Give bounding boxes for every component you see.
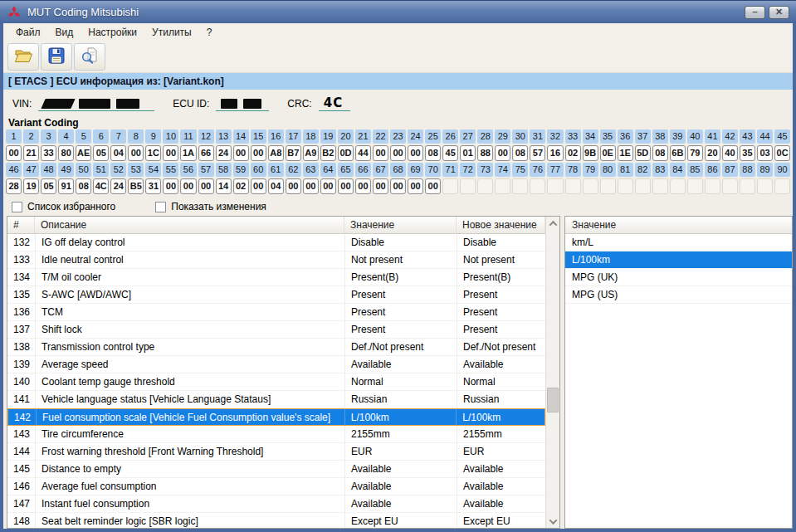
table-row[interactable]: 143Tire circumference2155mm2155mm: [7, 426, 545, 443]
grid-hex-cell[interactable]: 00: [408, 178, 423, 194]
grid-hex-cell[interactable]: B5: [128, 178, 144, 194]
grid-hex-cell[interactable]: 44: [355, 145, 371, 161]
grid-hex-cell[interactable]: 24: [216, 145, 232, 161]
favorites-checkbox[interactable]: [12, 202, 22, 212]
grid-hex-cell[interactable]: 88: [477, 145, 493, 161]
grid-hex-cell[interactable]: 00: [6, 145, 22, 161]
value-option[interactable]: MPG (UK): [565, 269, 792, 286]
grid-hex-cell[interactable]: B2: [320, 145, 336, 161]
grid-hex-cell[interactable]: 9B: [583, 145, 598, 161]
table-row[interactable]: 138Transmission control typeDef./Not pre…: [7, 339, 545, 356]
grid-hex-cell[interactable]: 16: [547, 145, 563, 161]
grid-hex-cell[interactable]: 05: [93, 145, 109, 161]
grid-hex-cell[interactable]: 00: [373, 178, 388, 194]
minimize-button[interactable]: –: [745, 6, 765, 19]
grid-hex-cell[interactable]: 00: [198, 178, 214, 194]
grid-hex-cell[interactable]: 4C: [93, 178, 109, 194]
table-row[interactable]: 133Idle neutral controlNot presentNot pr…: [7, 251, 545, 269]
grid-hex-cell[interactable]: 00: [286, 178, 301, 194]
grid-hex-cell[interactable]: 08: [512, 145, 528, 161]
grid-hex-cell[interactable]: 24: [110, 178, 126, 194]
grid-hex-cell[interactable]: 1C: [145, 145, 161, 161]
grid-hex-cell[interactable]: 21: [23, 145, 39, 161]
grid-hex-cell[interactable]: 02: [233, 178, 249, 194]
table-row[interactable]: 148Seat belt reminder logic [SBR logic]E…: [7, 513, 545, 528]
grid-hex-cell[interactable]: 28: [6, 178, 22, 194]
grid-hex-cell[interactable]: 00: [390, 145, 406, 161]
table-row[interactable]: 135S-AWC [AWD/AWC]PresentPresent: [7, 286, 545, 304]
menu-item-file[interactable]: Файл: [8, 25, 48, 40]
grid-hex-cell[interactable]: 31: [145, 178, 161, 194]
grid-hex-cell[interactable]: 00: [163, 178, 178, 194]
grid-hex-cell[interactable]: 14: [216, 178, 232, 194]
open-file-button[interactable]: [7, 43, 39, 71]
grid-hex-cell[interactable]: 20: [705, 145, 720, 161]
table-row[interactable]: 146Average fuel consumptionAvailableAvai…: [7, 478, 545, 495]
grid-hex-cell[interactable]: B7: [286, 145, 301, 161]
table-row[interactable]: 145Distance to emptyAvailableAvailable: [7, 461, 545, 478]
grid-hex-cell[interactable]: 6B: [670, 145, 686, 161]
table-row[interactable]: 147Instant fuel consumptionAvailableAvai…: [7, 495, 545, 513]
column-header-new-value[interactable]: Новое значение: [457, 217, 545, 233]
grid-hex-cell[interactable]: 66: [198, 145, 214, 161]
grid-hex-cell[interactable]: 5D: [635, 145, 651, 161]
table-row[interactable]: 141Vehicle language status [Vehicle Lang…: [7, 391, 545, 408]
grid-hex-cell[interactable]: 33: [41, 145, 56, 161]
grid-hex-cell[interactable]: 00: [425, 178, 441, 194]
grid-hex-cell[interactable]: 00: [390, 178, 406, 194]
table-row[interactable]: 137Shift lockPresentPresent: [7, 321, 545, 339]
table-row[interactable]: 132IG off delay controlDisableDisable: [7, 234, 545, 251]
save-button[interactable]: [41, 43, 72, 71]
grid-hex-cell[interactable]: 05: [41, 178, 56, 194]
grid-hex-cell[interactable]: 0E: [600, 145, 616, 161]
grid-hex-cell[interactable]: 0C: [774, 145, 790, 161]
grid-hex-cell[interactable]: A9: [303, 145, 319, 161]
show-changes-checkbox[interactable]: [155, 202, 166, 212]
grid-hex-cell[interactable]: 19: [23, 178, 39, 194]
table-row[interactable]: 144Frost warning threshold [Front Warnin…: [7, 443, 545, 461]
grid-hex-cell[interactable]: 08: [652, 145, 668, 161]
grid-hex-cell[interactable]: 00: [251, 145, 266, 161]
grid-hex-cell[interactable]: 35: [740, 145, 755, 161]
grid-hex-cell[interactable]: A8: [268, 145, 284, 161]
close-button[interactable]: ✕: [769, 6, 789, 19]
menu-item-settings[interactable]: Настройки: [81, 25, 144, 40]
grid-hex-cell[interactable]: 00: [163, 145, 178, 161]
grid-hex-cell[interactable]: 02: [565, 145, 581, 161]
column-header-description[interactable]: Описание: [35, 217, 344, 233]
grid-hex-cell[interactable]: 79: [687, 145, 703, 161]
grid-hex-cell[interactable]: 00: [495, 145, 510, 161]
grid-hex-cell[interactable]: 04: [110, 145, 126, 161]
scrollbar-thumb[interactable]: [547, 388, 559, 412]
grid-hex-cell[interactable]: 0D: [338, 145, 354, 161]
grid-hex-cell[interactable]: 00: [408, 145, 423, 161]
menu-item-view[interactable]: Вид: [48, 25, 81, 40]
grid-hex-cell[interactable]: 1E: [618, 145, 633, 161]
scroll-down-arrow-icon[interactable]: [546, 515, 559, 528]
grid-hex-cell[interactable]: 08: [76, 178, 91, 194]
grid-hex-cell[interactable]: 00: [355, 178, 371, 194]
grid-hex-cell[interactable]: 45: [442, 145, 458, 161]
table-row[interactable]: 134T/M oil coolerPresent(B)Present(B): [7, 269, 545, 286]
grid-hex-cell[interactable]: 00: [338, 178, 354, 194]
grid-hex-cell[interactable]: 00: [180, 178, 196, 194]
grid-hex-cell[interactable]: 57: [530, 145, 545, 161]
grid-hex-cell[interactable]: 04: [268, 178, 284, 194]
grid-hex-cell[interactable]: 00: [303, 178, 319, 194]
table-row[interactable]: 140Coolant temp gauge thresholdNormalNor…: [7, 373, 545, 391]
scroll-up-arrow-icon[interactable]: [546, 217, 559, 230]
grid-hex-cell[interactable]: 00: [320, 178, 336, 194]
column-header-number[interactable]: #: [7, 217, 35, 233]
search-button[interactable]: [74, 43, 105, 71]
grid-hex-cell[interactable]: 01: [460, 145, 476, 161]
column-header-value[interactable]: Значение: [344, 217, 457, 233]
table-row[interactable]: 136TCMPresentPresent: [7, 304, 545, 321]
grid-hex-cell[interactable]: 00: [233, 145, 249, 161]
value-option[interactable]: L/100km: [565, 251, 792, 269]
grid-hex-cell[interactable]: 80: [58, 145, 74, 161]
grid-hex-cell[interactable]: 00: [251, 178, 266, 194]
value-option[interactable]: MPG (US): [565, 286, 792, 304]
value-option[interactable]: km/L: [565, 234, 792, 251]
table-scrollbar[interactable]: [545, 217, 559, 528]
table-row[interactable]: 139Average speedAvailableAvailable: [7, 356, 545, 373]
